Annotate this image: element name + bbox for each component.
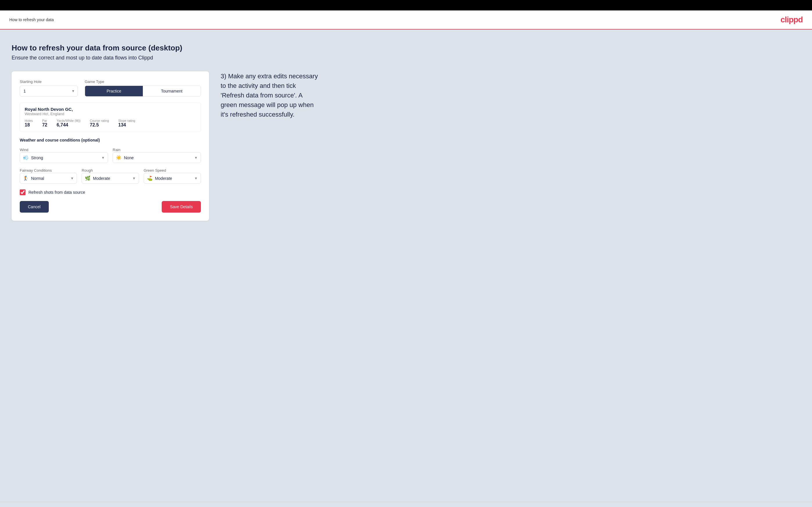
- game-type-group: Game Type Practice Tournament: [85, 79, 201, 97]
- course-name: Royal North Devon GC,: [25, 107, 196, 112]
- wind-group: Wind 💨 Strong ▼: [20, 147, 108, 163]
- slope-rating-value: 134: [118, 122, 135, 128]
- green-speed-select[interactable]: ⛳ Moderate ▼: [144, 173, 201, 184]
- wind-select[interactable]: 💨 Strong ▼: [20, 152, 108, 163]
- rough-group: Rough 🌿 Moderate ▼: [82, 168, 139, 184]
- practice-button[interactable]: Practice: [85, 86, 143, 96]
- rain-chevron-icon: ▼: [194, 156, 198, 160]
- starting-hole-group: Starting Hole 1 ▼: [20, 79, 78, 97]
- par-stat: Par 72: [42, 119, 47, 128]
- fairway-icon: 🏌️: [23, 175, 29, 181]
- wind-value: Strong: [31, 156, 101, 160]
- rain-group: Rain ☀️ None ▼: [113, 147, 201, 163]
- refresh-label: Refresh shots from data source: [29, 190, 85, 194]
- rough-value: Moderate: [93, 176, 132, 181]
- yards-value: 6,744: [57, 122, 81, 128]
- wind-chevron-icon: ▼: [101, 156, 105, 160]
- logo: clippd: [781, 15, 803, 24]
- course-location: Westward Ho!, England: [25, 112, 196, 116]
- green-speed-value: Moderate: [155, 176, 194, 181]
- slope-rating-stat: Slope rating 134: [118, 119, 135, 128]
- course-info-box: Royal North Devon GC, Westward Ho!, Engl…: [20, 102, 201, 132]
- yards-label: Yards/White (M)): [57, 119, 81, 122]
- rain-icon: ☀️: [116, 155, 122, 160]
- rough-icon: 🌿: [85, 175, 91, 181]
- page-subtitle: Ensure the correct and most up to date d…: [12, 55, 800, 61]
- fairway-chevron-icon: ▼: [70, 176, 74, 180]
- fairway-value: Normal: [31, 176, 70, 181]
- yards-stat: Yards/White (M)) 6,744: [57, 119, 81, 128]
- wind-icon: 💨: [23, 155, 29, 160]
- rough-label: Rough: [82, 168, 93, 173]
- holes-stat: Holes 18: [25, 119, 33, 128]
- rain-value: None: [124, 156, 194, 160]
- slope-rating-label: Slope rating: [118, 119, 135, 122]
- rain-select[interactable]: ☀️ None ▼: [113, 152, 201, 163]
- top-bar: [0, 0, 812, 10]
- game-type-label: Game Type: [85, 79, 201, 84]
- main-content: How to refresh your data from source (de…: [0, 30, 812, 502]
- cancel-button[interactable]: Cancel: [20, 201, 49, 213]
- page-title: How to refresh your data from source (de…: [12, 44, 800, 53]
- holes-value: 18: [25, 122, 33, 128]
- green-speed-group: Green Speed ⛳ Moderate ▼: [144, 168, 201, 184]
- course-rating-stat: Course rating 72.5: [90, 119, 109, 128]
- par-value: 72: [42, 122, 47, 128]
- conditions-row: Fairway Conditions 🏌️ Normal ▼ Rough 🌿 M…: [20, 168, 201, 184]
- fairway-select[interactable]: 🏌️ Normal ▼: [20, 173, 77, 184]
- breadcrumb: How to refresh your data: [9, 17, 54, 22]
- rough-select[interactable]: 🌿 Moderate ▼: [82, 173, 139, 184]
- course-stats: Holes 18 Par 72 Yards/White (M)) 6,744 C…: [25, 119, 196, 128]
- course-rating-value: 72.5: [90, 122, 109, 128]
- fairway-group: Fairway Conditions 🏌️ Normal ▼: [20, 168, 77, 184]
- rough-chevron-icon: ▼: [133, 176, 136, 180]
- course-rating-label: Course rating: [90, 119, 109, 122]
- starting-hole-label: Starting Hole: [20, 79, 78, 84]
- holes-label: Holes: [25, 119, 33, 122]
- content-layout: Starting Hole 1 ▼ Game Type Practice Tou…: [12, 71, 800, 221]
- wind-label: Wind: [20, 148, 29, 152]
- par-label: Par: [42, 119, 47, 122]
- green-speed-icon: ⛳: [147, 175, 153, 181]
- header: How to refresh your data clippd: [0, 10, 812, 30]
- side-text: 3) Make any extra edits necessary to the…: [221, 71, 319, 119]
- weather-section-title: Weather and course conditions (optional): [20, 138, 201, 143]
- refresh-checkbox-row: Refresh shots from data source: [20, 189, 201, 195]
- rain-label: Rain: [113, 148, 120, 152]
- form-card: Starting Hole 1 ▼ Game Type Practice Tou…: [12, 71, 209, 221]
- refresh-checkbox[interactable]: [20, 189, 26, 195]
- starting-hole-select[interactable]: 1: [20, 86, 78, 97]
- weather-row: Wind 💨 Strong ▼ Rain ☀️ None ▼: [20, 147, 201, 163]
- save-button[interactable]: Save Details: [162, 201, 201, 213]
- top-form-row: Starting Hole 1 ▼ Game Type Practice Tou…: [20, 79, 201, 97]
- fairway-label: Fairway Conditions: [20, 168, 52, 173]
- button-row: Cancel Save Details: [20, 201, 201, 213]
- footer: Copyright Clippd 2022: [0, 502, 812, 507]
- green-speed-chevron-icon: ▼: [194, 176, 198, 180]
- green-speed-label: Green Speed: [144, 168, 166, 173]
- side-description: 3) Make any extra edits necessary to the…: [221, 71, 319, 119]
- tournament-button[interactable]: Tournament: [143, 86, 201, 96]
- game-type-buttons: Practice Tournament: [85, 86, 201, 97]
- starting-hole-select-wrapper: 1 ▼: [20, 86, 78, 97]
